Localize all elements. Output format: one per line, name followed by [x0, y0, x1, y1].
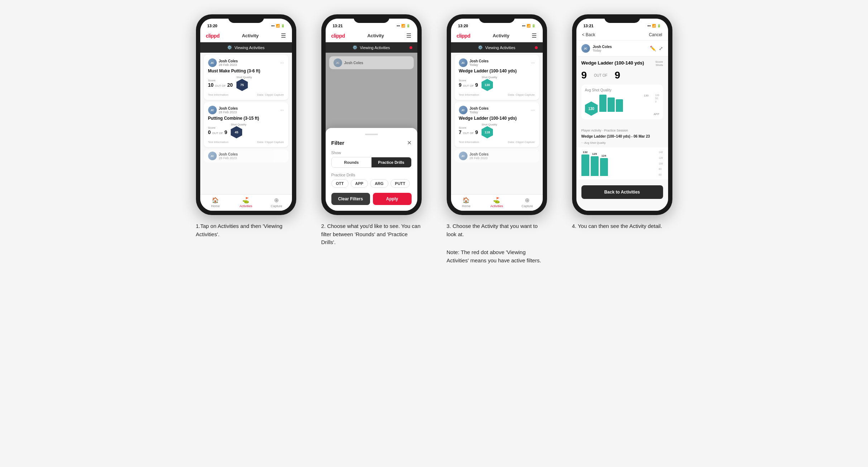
test-info-3-1: Test Information [459, 93, 479, 96]
sq-group-3-1: Shot Quality 130 [481, 76, 497, 91]
activity-item-header-1-2: JC Josh Coles 28 Feb 2023 ··· [208, 106, 284, 114]
detail-shots-value-4: 9 [615, 70, 620, 81]
filter-actions-2: Clear Filters Apply [331, 193, 412, 205]
score-inline-3-2: 7 OUT OF 9 [459, 129, 478, 135]
battery-icon-2: 🔋 [406, 24, 410, 28]
cancel-button-4[interactable]: Cancel [649, 32, 662, 37]
status-time-2: 13:21 [333, 24, 343, 28]
close-icon-2[interactable]: ✕ [407, 139, 412, 146]
activity-title-3-2: Wedge Ladder (100-140 yds) [459, 116, 535, 121]
status-time-1: 13:20 [207, 24, 217, 28]
activities-icon-3: ⛳ [493, 197, 500, 204]
nav-activities-3[interactable]: ⛳ Activities [481, 197, 512, 208]
back-button-4[interactable]: < Back [582, 32, 595, 37]
partial-user-3-3: JC Josh Coles 28 Feb 2023 [459, 152, 535, 160]
share-icon-4[interactable]: ⤢ [659, 46, 663, 51]
menu-icon-1[interactable]: ☰ [281, 32, 286, 39]
detail-content-4: Wedge Ladder (100-140 yds) Score Shots 9… [576, 57, 668, 127]
step-3-text-1: 3. Choose the Activity that you want to … [447, 222, 547, 238]
data-info-1-1: Test Information Data: Clippd Capture [208, 93, 284, 96]
nav-capture-1[interactable]: ⊕ Capture [261, 197, 292, 208]
bottom-nav-3: 🏠 Home ⛳ Activities ⊕ Capture [451, 194, 543, 211]
phone-screen-1: 13:20 ▪▪▪ 📶 🔋 clippd Activity ☰ ⚙️ V [200, 19, 292, 211]
activity-stats-1-2: Score 0 OUT OF 9 Shot Quality 4 [208, 123, 284, 138]
bar-item-4-2: 129 [591, 152, 599, 176]
shots-value-1-1: 20 [227, 82, 233, 88]
sq-bar-chart-4: 100 50 0 130 [599, 94, 660, 116]
more-icon-1-1[interactable]: ··· [280, 60, 284, 65]
bar-chart-full-4: 132 129 124 [581, 151, 663, 176]
more-icon-3-2[interactable]: ··· [531, 108, 534, 113]
battery-icon-4: 🔋 [657, 24, 661, 28]
user-info-1-2: Josh Coles 28 Feb 2023 [219, 106, 238, 114]
activity-user-1-1: JC Josh Coles 28 Feb 2023 [208, 58, 238, 67]
nav-home-3[interactable]: 🏠 Home [451, 197, 481, 208]
partial-avatar-1-3: JC [208, 152, 217, 160]
back-to-activities-button[interactable]: Back to Activities [581, 185, 663, 199]
activity-user-1-2: JC Josh Coles 28 Feb 2023 [208, 106, 238, 114]
partial-name-3-3: Josh Coles [470, 152, 489, 156]
settings-icon-1: ⚙️ [227, 45, 232, 50]
bar-rect-4-2 [591, 156, 599, 176]
nav-activities-1[interactable]: ⛳ Activities [231, 197, 261, 208]
activity-item-1-2[interactable]: JC Josh Coles 28 Feb 2023 ··· Putting Co… [204, 102, 288, 147]
filter-modal-2: Filter ✕ Show Rounds Practice Drills Pra… [326, 128, 417, 211]
detail-user-date-4: Today [593, 49, 612, 52]
red-dot-2 [409, 46, 412, 49]
bg-item-2: JC Josh Coles [329, 56, 414, 69]
big-chart-inner-4: 132 129 124 [581, 151, 663, 176]
home-icon-1: 🏠 [212, 197, 219, 204]
activities-label-1: Activities [240, 204, 253, 208]
activity-item-3-2[interactable]: JC Josh Coles Today ··· Wedge Ladder (10… [455, 102, 539, 147]
avatar-1-1: JC [208, 58, 217, 67]
rounds-toggle-btn[interactable]: Rounds [332, 157, 371, 167]
step-4-column: 13:21 ▪▪▪ 📶 🔋 < Back Cancel JC [565, 14, 680, 230]
data-info-3-1: Test Information Data: Clippd Capture [459, 93, 535, 96]
drill-tag-putt[interactable]: PUTT [390, 179, 410, 188]
app-header-1: clippd Activity ☰ [200, 29, 292, 42]
more-icon-1-2[interactable]: ··· [280, 108, 284, 113]
status-icons-3: ▪▪▪ 📶 🔋 [522, 24, 536, 28]
app-header-3: clippd Activity ☰ [451, 29, 543, 42]
capture-label-3: Capture [522, 204, 533, 208]
activity-item-header-3-1: JC Josh Coles Today ··· [459, 58, 535, 67]
score-group-1-1: Score 10 OUT OF 20 [208, 79, 233, 88]
bg-avatar-2: JC [334, 58, 342, 67]
drill-tag-app[interactable]: APP [351, 179, 368, 188]
capture-icon-3: ⊕ [525, 197, 529, 204]
score-label-1-1: Score [208, 79, 233, 82]
apply-button[interactable]: Apply [373, 193, 412, 205]
partial-name-1-3: Josh Coles [219, 152, 238, 156]
score-label-3-2: Score [459, 126, 478, 129]
clear-filters-button[interactable]: Clear Filters [331, 193, 370, 205]
menu-icon-3[interactable]: ☰ [532, 32, 537, 39]
data-source-1-1: Data: Clippd Capture [257, 93, 284, 96]
drill-tag-ott[interactable]: OTT [331, 179, 349, 188]
edit-icon-4[interactable]: ✏️ [650, 46, 656, 51]
partial-date-3-3: 28 Feb 2023 [470, 156, 489, 160]
activity-item-3-1[interactable]: JC Josh Coles Today ··· Wedge Ladder (10… [455, 55, 539, 100]
phone-3: 13:20 ▪▪▪ 📶 🔋 clippd Activity ☰ ⚙️ V [447, 14, 547, 215]
bg-info-2: Josh Coles [344, 61, 363, 65]
menu-icon-2[interactable]: ☰ [406, 32, 411, 39]
nav-capture-3[interactable]: ⊕ Capture [512, 197, 542, 208]
sq-chart-area-4: 130 100 50 0 130 [585, 94, 660, 116]
viewing-banner-1[interactable]: ⚙️ Viewing Activities [200, 42, 292, 53]
capture-label-1: Capture [271, 204, 282, 208]
clippd-logo-3: clippd [457, 33, 470, 39]
viewing-banner-2[interactable]: ⚙️ Viewing Activities [326, 42, 417, 53]
activity-user-3-2: JC Josh Coles Today [459, 106, 489, 114]
drill-tag-arg[interactable]: ARG [370, 179, 388, 188]
practice-drills-toggle-btn[interactable]: Practice Drills [371, 157, 411, 167]
score-value-3-2: 7 [459, 129, 462, 135]
activity-item-1-1[interactable]: JC Josh Coles 28 Feb 2023 ··· Must Make … [204, 55, 288, 100]
nav-home-1[interactable]: 🏠 Home [200, 197, 231, 208]
more-icon-3-1[interactable]: ··· [531, 60, 534, 65]
step-2-text: 2. Choose what you'd like to see. You ca… [321, 222, 422, 247]
phone-screen-3: 13:20 ▪▪▪ 📶 🔋 clippd Activity ☰ ⚙️ V [451, 19, 543, 211]
phone-screen-2: 13:21 ▪▪▪ 📶 🔋 clippd Activity ☰ ⚙️ V [326, 19, 417, 211]
bars-area-4 [599, 94, 660, 112]
user-name-3-1: Josh Coles [470, 59, 489, 63]
outof-label-3-2: OUT OF [463, 132, 474, 135]
viewing-banner-3[interactable]: ⚙️ Viewing Activities [451, 42, 543, 53]
